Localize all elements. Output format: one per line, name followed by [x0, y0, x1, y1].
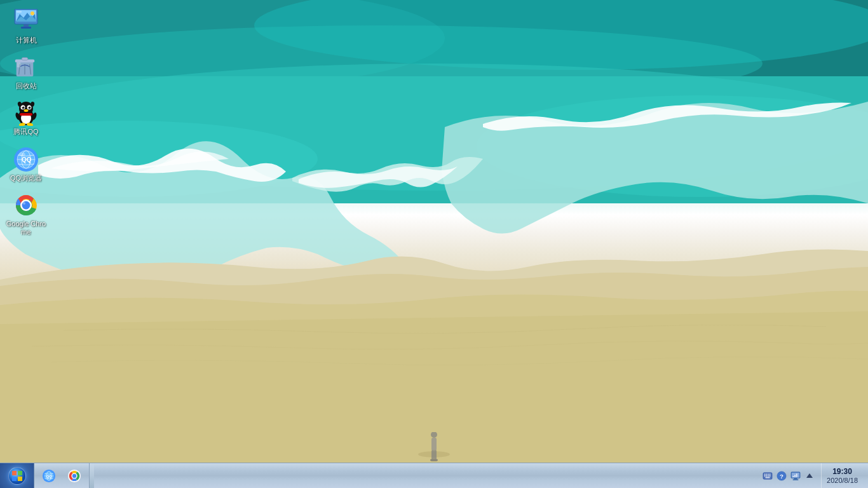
- svg-rect-62: [12, 477, 17, 481]
- tray-keyboard-icon[interactable]: [761, 470, 774, 482]
- svg-rect-74: [764, 473, 766, 475]
- svg-rect-60: [12, 471, 17, 475]
- svg-rect-5: [0, 76, 868, 203]
- svg-point-4: [0, 25, 763, 102]
- svg-rect-12: [431, 450, 434, 459]
- svg-rect-75: [766, 473, 767, 475]
- windows-orb-icon: [8, 467, 26, 485]
- tray-icons-area: ?: [759, 470, 818, 482]
- svg-text:?: ?: [780, 473, 783, 480]
- system-tray: ?: [754, 463, 868, 488]
- svg-rect-26: [22, 58, 28, 60]
- taskbar-pinned-icons: QQ: [34, 463, 89, 488]
- svg-rect-81: [770, 475, 771, 477]
- svg-point-20: [31, 11, 34, 15]
- taskbar-chrome-icon[interactable]: [62, 465, 86, 487]
- tray-show-hidden-icon[interactable]: [803, 470, 816, 482]
- svg-rect-88: [793, 479, 799, 480]
- svg-rect-22: [21, 27, 31, 29]
- svg-text:QQ: QQ: [22, 156, 32, 163]
- recycle-bin-icon-label: 回收站: [16, 82, 37, 90]
- chrome-icon-label: Google Chrome: [6, 220, 46, 236]
- svg-text:QQ: QQ: [46, 474, 52, 478]
- svg-rect-80: [768, 475, 769, 477]
- svg-point-2: [0, 0, 445, 89]
- svg-rect-90: [794, 475, 796, 477]
- svg-point-15: [433, 459, 438, 461]
- svg-point-59: [23, 202, 25, 205]
- clock-area[interactable]: 19:30 2020/8/18: [821, 463, 863, 488]
- clock-time: 19:30: [832, 467, 852, 476]
- desktop-icon-google-chrome[interactable]: Google Chrome: [3, 190, 49, 239]
- svg-rect-0: [0, 0, 868, 114]
- clock-date: 2020/8/18: [827, 477, 858, 485]
- svg-point-41: [29, 107, 30, 108]
- chrome-icon-image: [13, 193, 39, 218]
- desktop-icon-recycle-bin[interactable]: 回收站: [3, 52, 49, 93]
- svg-point-71: [72, 473, 76, 477]
- svg-point-6: [0, 64, 868, 191]
- svg-point-40: [22, 107, 24, 108]
- svg-rect-63: [18, 477, 22, 481]
- svg-rect-77: [770, 473, 771, 475]
- desktop-icon-computer[interactable]: 计算机: [3, 6, 49, 47]
- svg-marker-92: [806, 473, 813, 478]
- svg-rect-1: [0, 0, 868, 76]
- computer-icon-image: [13, 9, 39, 34]
- qqbrowser-icon-image: QQ: [13, 147, 39, 172]
- svg-rect-78: [764, 475, 766, 477]
- svg-rect-87: [794, 478, 797, 480]
- svg-point-10: [431, 432, 437, 438]
- svg-point-56: [19, 152, 25, 156]
- svg-point-42: [24, 109, 29, 112]
- taskbar: QQ: [0, 463, 868, 488]
- person-silhouette: [428, 432, 440, 464]
- svg-point-58: [22, 201, 31, 209]
- show-desktop-button[interactable]: [89, 463, 94, 489]
- qqbrowser-icon-label: QQ浏览器: [10, 174, 42, 182]
- desktop-icon-qq-browser[interactable]: QQ QQ浏览器: [3, 144, 49, 185]
- svg-rect-76: [768, 473, 769, 475]
- desktop-icons-container: 计算机: [3, 6, 49, 239]
- svg-rect-79: [766, 475, 767, 477]
- qq-icon-label: 腾讯QQ: [13, 128, 38, 136]
- start-button[interactable]: [0, 463, 34, 489]
- recycle-icon-image: [13, 55, 39, 80]
- svg-rect-89: [793, 476, 794, 477]
- desktop-icon-qq[interactable]: 腾讯QQ: [3, 98, 49, 139]
- svg-point-3: [254, 0, 868, 70]
- desktop: 计算机: [0, 0, 868, 488]
- background-svg: [0, 0, 868, 488]
- tray-display-icon[interactable]: [789, 470, 802, 482]
- svg-rect-13: [434, 450, 437, 459]
- svg-rect-49: [20, 113, 32, 116]
- svg-rect-91: [796, 473, 797, 477]
- svg-rect-82: [766, 477, 770, 478]
- computer-icon-label: 计算机: [16, 36, 37, 44]
- tray-help-icon[interactable]: ?: [775, 470, 788, 482]
- svg-rect-21: [24, 24, 29, 27]
- qq-icon-image: [13, 100, 39, 126]
- svg-rect-61: [18, 471, 22, 475]
- svg-rect-23: [17, 11, 22, 13]
- svg-point-8: [477, 95, 868, 197]
- svg-rect-30: [17, 63, 21, 68]
- svg-rect-11: [431, 438, 437, 451]
- taskbar-qqbrowser-icon[interactable]: QQ: [37, 465, 61, 487]
